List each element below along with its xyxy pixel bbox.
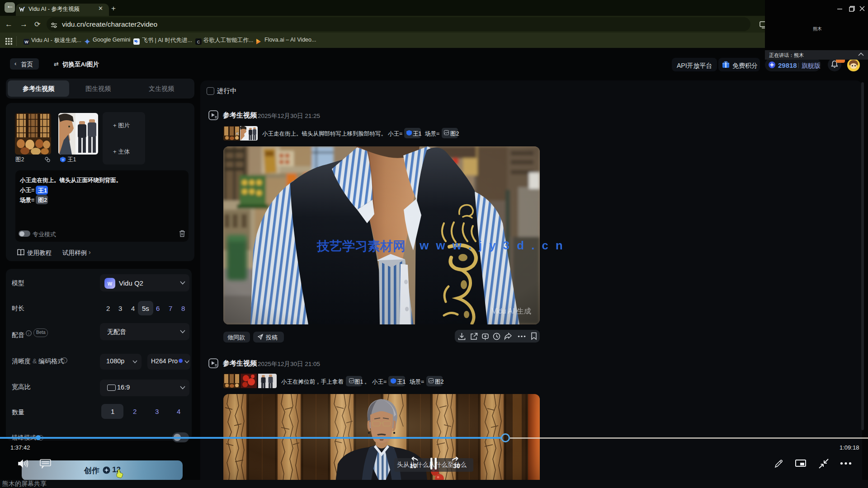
svg-text:V: V (62, 158, 64, 161)
svg-text:W: W (24, 40, 28, 44)
svg-text:i: i (28, 332, 29, 336)
svg-text:i: i (64, 359, 65, 363)
svg-text:Vidu AI 生成: Vidu AI 生成 (492, 307, 531, 315)
svg-text:10: 10 (410, 462, 417, 469)
svg-text:30: 30 (453, 462, 460, 469)
svg-text:C: C (197, 40, 200, 44)
svg-text:W: W (108, 281, 113, 286)
